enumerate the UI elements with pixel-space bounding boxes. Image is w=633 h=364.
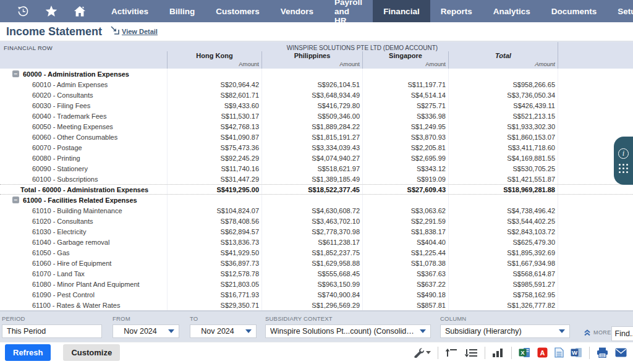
row-label: 60010 - Admin Expenses [32, 81, 108, 88]
amount-cell: S$21,803.05 [167, 279, 261, 289]
amount-cell: S$20,964.42 [167, 79, 261, 90]
chevron-down-icon [245, 329, 252, 333]
amount-cell: S$1,421,551.87 [448, 174, 558, 184]
side-help-panel: i [614, 137, 633, 185]
more-toggle[interactable]: MORE [584, 329, 611, 336]
home-icon[interactable] [74, 6, 86, 17]
amount-cell [167, 69, 261, 79]
csv-export-icon[interactable] [554, 347, 564, 358]
refresh-button[interactable]: Refresh [5, 344, 51, 361]
empty-cell [558, 258, 633, 268]
subsidiary-select[interactable]: Winspire Solutions Pt...count) (Consolid… [265, 324, 431, 338]
graph-icon[interactable] [492, 348, 504, 358]
table-row: 61050 - GasS$41,929.50S$1,852,237.75S$1,… [0, 247, 633, 258]
amount-cell: S$11,740.16 [167, 163, 261, 174]
empty-cell [558, 268, 633, 279]
column-header: PhilippinesAmount [261, 51, 362, 69]
column-select[interactable]: Subsidiary (Hierarchy) [440, 324, 570, 338]
column-header: SingaporeAmount [362, 51, 448, 69]
subsidiary-label: SUBSIDIARY CONTEXT [265, 315, 431, 322]
collapse-all-icon[interactable] [445, 348, 457, 358]
amount-cell: S$2,205.81 [362, 142, 448, 153]
chevron-down-icon [420, 329, 426, 333]
section-row: −61000 - Facilities Related Expenses [0, 195, 633, 205]
nav-item-vendors[interactable]: Vendors [270, 0, 324, 22]
svg-text:A: A [540, 349, 545, 357]
amount-cell: S$4,630,608.72 [261, 205, 362, 216]
find-group [611, 326, 633, 341]
collapse-icon[interactable]: − [12, 197, 19, 203]
table-row: 61070 - Land TaxS$12,578.78S$555,668.45S… [0, 268, 633, 279]
period-input[interactable]: This Period [2, 324, 102, 338]
nav-item-activities[interactable]: Activities [101, 0, 159, 22]
expand-all-icon[interactable] [464, 348, 478, 358]
info-icon[interactable]: i [618, 148, 629, 159]
word-export-icon[interactable]: W [571, 347, 582, 358]
view-detail-link[interactable]: View Detail [122, 28, 158, 35]
star-icon[interactable] [45, 6, 57, 17]
collapse-icon[interactable]: − [12, 70, 19, 77]
empty-cell [558, 79, 633, 90]
amount-cell: S$2,291.59 [362, 216, 448, 226]
nav-item-customers[interactable]: Customers [205, 0, 270, 22]
view-detail-icon [111, 26, 119, 37]
row-label: 60020 - Consultants [32, 91, 93, 99]
excel-export-icon[interactable]: X [519, 347, 530, 358]
chevron-down-icon [168, 329, 174, 333]
amount-cell: S$404.40 [362, 237, 448, 247]
chevron-down-icon [426, 351, 431, 354]
table-row: 60050 - Meeting ExpensesS$42,768.13S$1,8… [0, 121, 633, 132]
amount-cell: S$530,705.25 [448, 163, 558, 174]
amount-cell: S$926,104.51 [261, 79, 362, 90]
nav-item-documents[interactable]: Documents [541, 0, 608, 22]
nav-item-financial[interactable]: Financial [373, 0, 430, 22]
amount-cell: S$18,522,377.45 [261, 185, 362, 194]
customize-button[interactable]: Customize [63, 344, 120, 361]
company-header: WINSPIRE SOLUTIONS PTE LTD (DEMO ACCOUNT… [167, 42, 558, 51]
empty-cell [558, 121, 633, 132]
nav-item-reports[interactable]: Reports [430, 0, 483, 22]
nav-item-billing[interactable]: Billing [159, 0, 205, 22]
row-label: 61030 - Electricity [32, 228, 86, 235]
filter-bar: PERIOD This Period FROM Nov 2024 TO Nov … [0, 311, 633, 342]
grid-dots-icon[interactable] [619, 164, 629, 174]
row-label: 61000 - Facilities Related Expenses [23, 197, 137, 204]
print-icon[interactable] [597, 347, 608, 358]
pdf-export-icon[interactable]: A [537, 347, 548, 358]
amount-cell: S$82,601.71 [167, 90, 261, 100]
amount-cell: S$555,668.45 [261, 268, 362, 279]
amount-cell: S$104,824.07 [167, 205, 261, 216]
row-label: 61060 - Hire of Equipment [32, 260, 111, 267]
row-label: 60040 - Trademark Fees [32, 112, 106, 120]
amount-cell: S$2,695.99 [362, 153, 448, 163]
amount-cell [448, 195, 558, 205]
amount-cell: S$1,225.44 [362, 247, 448, 258]
from-select[interactable]: Nov 2024 [113, 324, 179, 338]
amount-cell: S$275.71 [362, 100, 448, 111]
amount-cell: S$3,334,039.43 [261, 142, 362, 153]
divider [485, 347, 485, 359]
amount-cell: S$958,266.65 [448, 79, 558, 90]
empty-cell [558, 195, 633, 205]
table-row: 61100 - Rates & Water RatesS$29,350.71S$… [0, 300, 633, 310]
row-label: 61020 - Consultants [32, 218, 93, 225]
divider [589, 347, 590, 359]
amount-cell: S$509,346.00 [261, 111, 362, 121]
section-row: −60000 - Administration Expenses [0, 69, 633, 79]
nav-item-analytics[interactable]: Analytics [483, 0, 541, 22]
amount-cell: S$919.09 [362, 174, 448, 184]
amount-cell: S$1,389,185.49 [261, 174, 362, 184]
nav-item-setup[interactable]: Setup [607, 0, 633, 22]
email-icon[interactable] [615, 348, 627, 357]
top-nav: Activities Billing Customers Vendors Pay… [0, 0, 633, 22]
to-label: TO [190, 315, 257, 322]
find-input[interactable] [611, 326, 633, 341]
amount-cell: S$29,350.71 [167, 300, 261, 310]
to-select[interactable]: Nov 2024 [190, 324, 257, 338]
double-chevron-up-icon [584, 329, 591, 336]
history-icon[interactable] [17, 6, 29, 17]
table-row: 61090 - Pest ControlS$16,771.93S$740,900… [0, 289, 633, 300]
amount-cell: S$1,815,191.27 [261, 132, 362, 142]
wrench-icon[interactable] [414, 347, 431, 358]
nav-item-payroll-hr[interactable]: Payroll and HR [324, 0, 373, 22]
